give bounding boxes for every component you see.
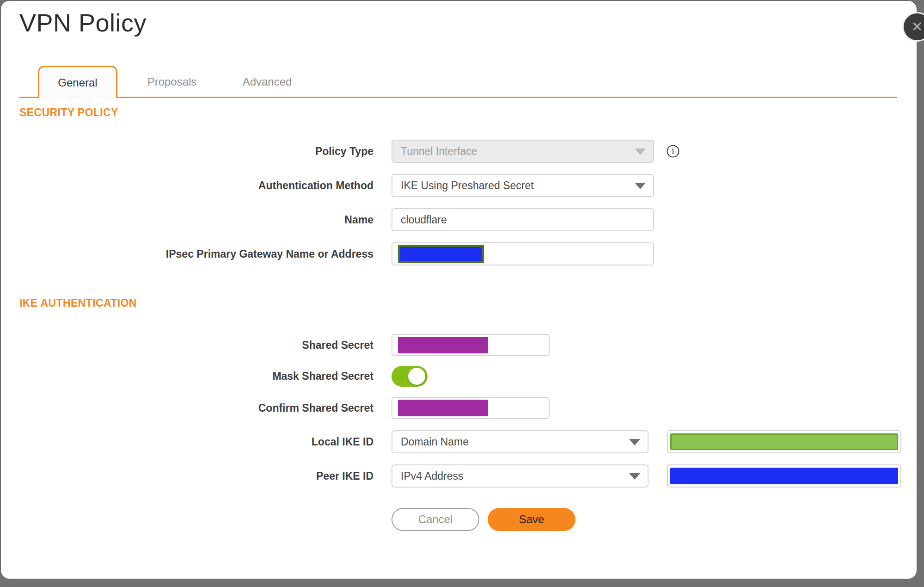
ipsec-gateway-row: IPsec Primary Gateway Name or Address	[1, 242, 654, 266]
policy-type-label: Policy Type	[1, 145, 373, 158]
svg-text:i: i	[672, 146, 674, 156]
vpn-policy-dialog: VPN Policy General Proposals Advanced SE…	[0, 0, 918, 580]
policy-type-select: Tunnel Interface	[392, 140, 654, 163]
redacted-local-ike-id-value	[670, 433, 898, 450]
name-input[interactable]: cloudflare	[392, 208, 654, 231]
shared-secret-input[interactable]	[392, 334, 550, 356]
local-ike-id-value-input[interactable]	[667, 430, 901, 453]
redacted-shared-secret-value	[398, 337, 488, 353]
mask-shared-secret-toggle[interactable]	[392, 366, 428, 387]
authentication-method-label: Authentication Method	[1, 179, 373, 192]
cancel-button[interactable]: Cancel	[392, 508, 479, 531]
screen-background: VPN Policy General Proposals Advanced SE…	[0, 0, 924, 587]
tab-advanced[interactable]: Advanced	[226, 66, 309, 98]
peer-ike-id-row: Peer IKE ID IPv4 Address	[1, 464, 901, 488]
shared-secret-label: Shared Secret	[1, 339, 373, 352]
ipsec-gateway-label: IPsec Primary Gateway Name or Address	[1, 248, 373, 260]
mask-shared-secret-label: Mask Shared Secret	[1, 370, 373, 383]
ipsec-gateway-input[interactable]	[392, 242, 654, 266]
tab-proposals[interactable]: Proposals	[130, 66, 214, 98]
shared-secret-row: Shared Secret	[1, 334, 550, 356]
redacted-peer-ike-id-value	[670, 468, 898, 484]
peer-ike-id-type-value: IPv4 Address	[401, 470, 464, 482]
info-icon[interactable]: i	[666, 144, 680, 158]
confirm-shared-secret-input[interactable]	[392, 397, 550, 419]
name-row: Name cloudflare	[1, 208, 654, 231]
peer-ike-id-select[interactable]: IPv4 Address	[392, 464, 649, 488]
tab-bar: General Proposals Advanced	[1, 66, 918, 98]
local-ike-id-select[interactable]: Domain Name	[392, 430, 649, 453]
dialog-title: VPN Policy	[19, 8, 147, 37]
policy-type-value: Tunnel Interface	[401, 145, 477, 158]
dropdown-caret-icon	[629, 439, 640, 445]
section-ike-authentication: IKE AUTHENTICATION	[19, 297, 137, 309]
dropdown-caret-icon	[635, 183, 646, 189]
tab-general[interactable]: General	[38, 66, 117, 98]
redacted-gateway-value	[398, 245, 484, 263]
peer-ike-id-value-input[interactable]	[667, 464, 901, 488]
authentication-method-select[interactable]: IKE Using Preshared Secret	[392, 174, 654, 197]
policy-type-row: Policy Type Tunnel Interface i	[1, 140, 680, 163]
name-value: cloudflare	[401, 214, 447, 226]
save-button[interactable]: Save	[488, 508, 575, 531]
toggle-knob	[408, 368, 425, 385]
dialog-actions: Cancel Save	[392, 508, 575, 531]
confirm-shared-secret-label: Confirm Shared Secret	[1, 402, 373, 414]
local-ike-id-label: Local IKE ID	[1, 436, 373, 448]
redacted-confirm-secret-value	[398, 400, 488, 416]
section-security-policy: SECURITY POLICY	[19, 106, 118, 119]
mask-shared-secret-row: Mask Shared Secret	[1, 366, 428, 387]
name-label: Name	[1, 214, 373, 226]
confirm-shared-secret-row: Confirm Shared Secret	[1, 397, 550, 419]
authentication-method-row: Authentication Method IKE Using Preshare…	[1, 174, 654, 197]
local-ike-id-type-value: Domain Name	[401, 436, 469, 448]
authentication-method-value: IKE Using Preshared Secret	[401, 179, 534, 192]
close-icon: ✕	[911, 20, 923, 34]
local-ike-id-row: Local IKE ID Domain Name	[1, 430, 901, 453]
peer-ike-id-label: Peer IKE ID	[1, 470, 373, 482]
dropdown-caret-icon	[629, 473, 640, 480]
dropdown-caret-icon	[635, 148, 646, 155]
